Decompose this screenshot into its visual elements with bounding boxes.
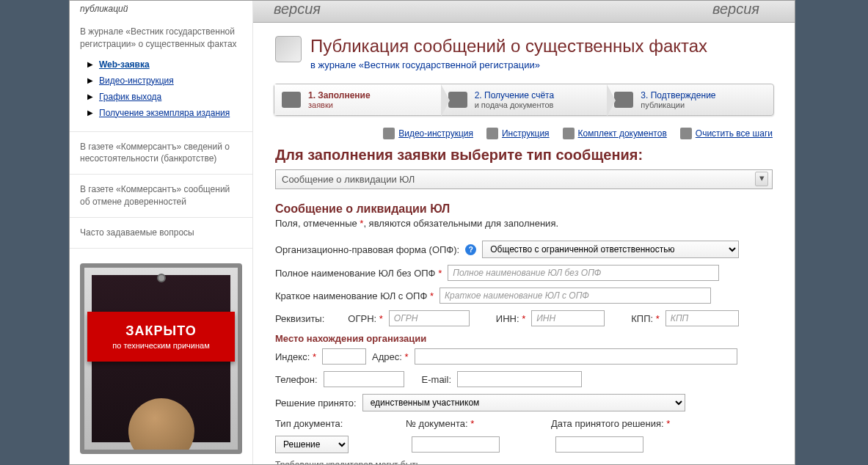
trash-icon bbox=[680, 128, 692, 139]
email-label: E-mail: bbox=[422, 374, 451, 385]
fullname-label: Полное наименование ЮЛ без ОПФ * bbox=[275, 268, 442, 279]
hanger-icon bbox=[157, 274, 166, 282]
location-header: Место нахождения организации bbox=[275, 333, 773, 344]
sidebar-item-label: Web-заявка bbox=[99, 59, 150, 70]
film-icon bbox=[383, 128, 395, 139]
banner-right: версия bbox=[712, 1, 759, 18]
ogrn-label: ОГРН: * bbox=[348, 313, 383, 324]
banner-left: версия bbox=[274, 1, 321, 18]
doctype-select[interactable]: Решение bbox=[275, 436, 349, 453]
sidebar-nav: ▶ Web-заявка ▶ Видео-инструкция ▶ График… bbox=[80, 56, 242, 121]
document-icon bbox=[614, 92, 633, 108]
step-sub: заявки bbox=[308, 100, 371, 109]
step-sub: и подача документов bbox=[475, 100, 554, 109]
toolbar: Видео-инструкция Инструкция Комплект док… bbox=[253, 120, 795, 147]
info-icon bbox=[486, 128, 498, 139]
sidebar-item-video[interactable]: ▶ Видео-инструкция bbox=[80, 73, 242, 89]
page-title: Публикация сообщений о существенных факт… bbox=[310, 36, 707, 56]
sidebar-link-poa[interactable]: В газете «Коммерсантъ» сообщений об отме… bbox=[70, 175, 252, 218]
form: Для заполнения заявки выберите тип сообщ… bbox=[253, 147, 795, 464]
arrow-icon: ▶ bbox=[87, 109, 93, 117]
docnum-label: № документа: * bbox=[406, 418, 545, 429]
sidebar-item-label: Видео-инструкция bbox=[99, 76, 174, 86]
sidebar-heading: публикаций bbox=[70, 1, 252, 18]
sidebar-link-faq[interactable]: Часто задаваемые вопросы bbox=[70, 218, 252, 249]
sidebar-item-web[interactable]: ▶ Web-заявка bbox=[80, 56, 242, 73]
kpp-input[interactable] bbox=[665, 310, 739, 326]
phone-input[interactable] bbox=[324, 371, 404, 387]
fullname-input[interactable] bbox=[448, 265, 719, 281]
step-title: 2. Получение счёта bbox=[475, 90, 554, 100]
address-label: Адрес: * bbox=[372, 351, 409, 362]
arrow-icon: ▶ bbox=[87, 92, 93, 100]
opf-select[interactable]: Общество с ограниченной ответственностью bbox=[482, 241, 739, 258]
top-banner: версия версия bbox=[253, 1, 795, 23]
cutoff-text: Требования кредиторов могут быть... bbox=[275, 460, 773, 464]
step-3[interactable]: 3. Подтверждение публикации bbox=[607, 84, 773, 115]
arrow-icon: ▶ bbox=[87, 60, 93, 68]
step-sub: публикации bbox=[641, 100, 715, 109]
folder-icon bbox=[563, 128, 575, 139]
docdate-input[interactable] bbox=[555, 436, 643, 453]
address-input[interactable] bbox=[415, 348, 737, 365]
closed-title: ЗАКРЫТО bbox=[93, 323, 229, 339]
sidebar-item-copy[interactable]: ▶ Получение экземпляра издания bbox=[80, 105, 242, 121]
docdate-label: Дата принятого решения: * bbox=[551, 418, 670, 429]
page-subtitle: в журнале «Вестник государственной регис… bbox=[310, 59, 707, 70]
tool-video[interactable]: Видео-инструкция bbox=[383, 128, 473, 139]
ogrn-input[interactable] bbox=[389, 310, 470, 326]
section-title: Сообщение о ликвидации ЮЛ bbox=[275, 202, 773, 216]
step-title: 1. Заполнение bbox=[308, 90, 371, 100]
sidebar-item-label: График выхода bbox=[99, 92, 161, 102]
tool-clear[interactable]: Очистить все шаги bbox=[680, 128, 773, 139]
required-note: Поля, отмеченные *, являются обязательны… bbox=[275, 218, 773, 229]
step-2[interactable]: 2. Получение счёта и подача документов bbox=[441, 84, 608, 115]
doctype-label: Тип документа: bbox=[275, 418, 400, 429]
inn-label: ИНН: * bbox=[496, 313, 525, 324]
kpp-label: КПП: * bbox=[631, 313, 660, 324]
decision-label: Решение принято: bbox=[275, 398, 357, 409]
main-content: версия версия Публикация сообщений о сущ… bbox=[253, 1, 795, 464]
opf-label: Организационно-правовая форма (ОПФ): bbox=[275, 244, 459, 255]
select-heading: Для заполнения заявки выберите тип сообщ… bbox=[275, 147, 773, 164]
calculator-icon bbox=[448, 92, 467, 108]
steps-wizard: 1. Заполнение заявки 2. Получение счёта … bbox=[274, 84, 774, 116]
decision-select[interactable]: единственным участником bbox=[362, 394, 685, 411]
sidebar-link-bankruptcy[interactable]: В газете «Коммерсантъ» сведений о несост… bbox=[70, 132, 252, 175]
page-header: Публикация сообщений о существенных факт… bbox=[253, 23, 795, 79]
closed-banner: ЗАКРЫТО по техническим причинам bbox=[80, 263, 242, 454]
index-input[interactable] bbox=[322, 348, 366, 365]
shortname-label: Краткое наименование ЮЛ с ОПФ * bbox=[275, 290, 434, 301]
tool-instruction[interactable]: Инструкция bbox=[486, 128, 550, 139]
closed-sub: по техническим причинам bbox=[93, 341, 229, 350]
page-header-icon bbox=[275, 36, 302, 62]
sidebar-item-label: Получение экземпляра издания bbox=[99, 108, 230, 118]
sidebar-item-schedule[interactable]: ▶ График выхода bbox=[80, 89, 242, 105]
sidebar: публикаций В журнале «Вестник государств… bbox=[70, 1, 253, 464]
arrow-icon: ▶ bbox=[87, 76, 93, 84]
help-icon[interactable]: ? bbox=[465, 244, 476, 255]
email-input[interactable] bbox=[457, 371, 582, 387]
message-type-select[interactable]: Сообщение о ликвидации ЮЛ bbox=[275, 169, 773, 189]
laptop-icon bbox=[282, 92, 301, 108]
step-1[interactable]: 1. Заполнение заявки bbox=[274, 84, 441, 115]
step-title: 3. Подтверждение bbox=[641, 90, 715, 100]
phone-label: Телефон: bbox=[275, 374, 318, 385]
rek-label: Реквизиты: bbox=[275, 313, 324, 324]
tool-docs[interactable]: Комплект документов bbox=[563, 128, 667, 139]
inn-input[interactable] bbox=[531, 310, 605, 326]
index-label: Индекс: * bbox=[275, 351, 316, 362]
shortname-input[interactable] bbox=[440, 288, 711, 304]
sidebar-intro: В журнале «Вестник государственной регис… bbox=[80, 26, 242, 51]
docnum-input[interactable] bbox=[412, 436, 500, 453]
